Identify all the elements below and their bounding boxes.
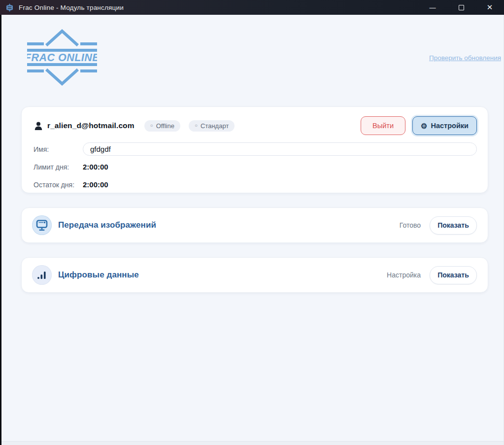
status-badge-label: Offline (156, 122, 174, 130)
status-dot-icon: ○ (150, 123, 153, 128)
maximize-button[interactable] (447, 0, 475, 15)
day-remaining-row: Остаток дня: 2:00:00 (34, 178, 477, 191)
close-button[interactable]: ✕ (475, 0, 504, 15)
image-transfer-title: Передача изображений (58, 220, 156, 230)
image-transfer-status: Готово (400, 221, 421, 229)
name-field-row: Имя: (34, 142, 477, 156)
digital-data-card: Цифровые данные Настройка Показать (21, 257, 488, 293)
monitor-icon (32, 215, 52, 235)
settings-button[interactable]: ⚙ Настройки (412, 116, 477, 135)
plan-badge-standard: ○ Стандарт (189, 120, 235, 132)
day-limit-label: Лимит дня: (34, 163, 83, 171)
image-transfer-card: Передача изображений Готово Показать (21, 207, 488, 243)
gear-icon: ⚙ (421, 122, 427, 130)
digital-data-status: Настройка (387, 271, 421, 279)
name-input[interactable] (83, 142, 477, 156)
window-title: Frac Online - Модуль трансляции (19, 4, 124, 11)
minimize-button[interactable]: — (418, 0, 447, 15)
day-remaining-label: Остаток дня: (34, 181, 83, 189)
account-header-row: r_alien_d@hotmail.com ○ Offline ○ Станда… (34, 116, 477, 136)
name-label: Имя: (34, 145, 83, 153)
account-card: r_alien_d@hotmail.com ○ Offline ○ Станда… (21, 106, 488, 193)
card-stack: r_alien_d@hotmail.com ○ Offline ○ Станда… (21, 106, 488, 307)
logout-button[interactable]: Выйти (361, 116, 405, 135)
image-transfer-show-button[interactable]: Показать (430, 216, 477, 235)
frac-online-logo: FRAC ONLINE (27, 29, 97, 86)
user-icon (34, 122, 42, 130)
logo-text: FRAC ONLINE (27, 52, 97, 64)
digital-data-title: Цифровые данные (58, 270, 139, 280)
digital-data-show-button[interactable]: Показать (430, 266, 477, 284)
plan-dot-icon: ○ (195, 123, 198, 128)
main-content: FRAC ONLINE Проверить обновления r_alien… (0, 15, 504, 445)
plan-badge-label: Стандарт (201, 122, 229, 130)
status-badge-offline: ○ Offline (144, 120, 180, 132)
bar-chart-icon (32, 265, 52, 285)
app-logo-icon (5, 3, 14, 12)
bottom-edge-strip (1, 441, 504, 445)
header: FRAC ONLINE Проверить обновления (1, 15, 504, 106)
account-email: r_alien_d@hotmail.com (47, 121, 134, 130)
titlebar: Frac Online - Модуль трансляции — ✕ (0, 0, 504, 15)
day-remaining-value: 2:00:00 (83, 180, 108, 189)
maximize-icon (459, 5, 464, 10)
settings-button-label: Настройки (431, 122, 469, 130)
day-limit-row: Лимит дня: 2:00:00 (34, 160, 477, 173)
check-updates-link[interactable]: Проверить обновления (429, 54, 501, 62)
day-limit-value: 2:00:00 (83, 163, 108, 171)
